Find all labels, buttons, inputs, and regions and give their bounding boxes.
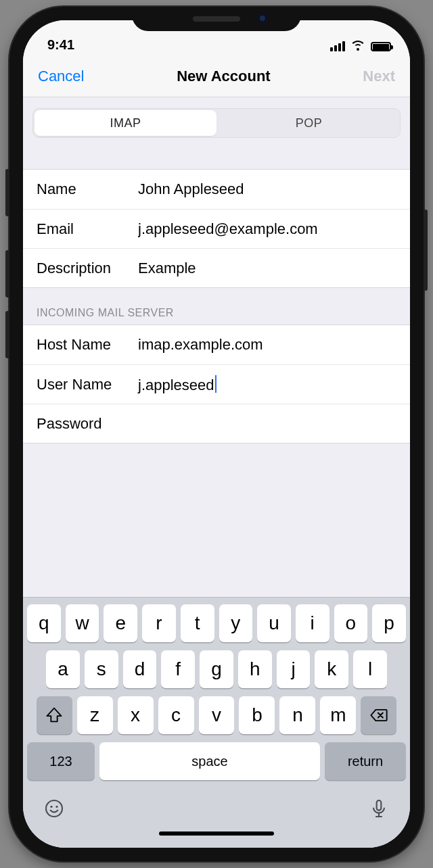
kb-footer (27, 788, 406, 825)
cellular-icon (330, 41, 345, 51)
page-title: New Account (177, 68, 271, 85)
microphone-icon (368, 798, 390, 819)
backspace-icon (369, 706, 388, 725)
label-description: Description (37, 260, 138, 277)
backspace-key[interactable] (361, 696, 396, 734)
label-password: Password (37, 415, 138, 433)
text-cursor (215, 375, 216, 393)
key-u[interactable]: u (257, 604, 291, 642)
row-password[interactable]: Password (23, 404, 410, 443)
key-k[interactable]: k (315, 650, 348, 688)
svg-point-1 (50, 806, 52, 808)
key-q[interactable]: q (27, 604, 61, 642)
tab-pop[interactable]: POP (218, 109, 400, 137)
key-l[interactable]: l (353, 650, 387, 688)
key-d[interactable]: d (123, 650, 157, 688)
keyboard: qwertyuiop asdfghjkl zxcvbnm 123 space r… (23, 597, 410, 829)
key-r[interactable]: r (142, 604, 176, 642)
numbers-key[interactable]: 123 (27, 742, 95, 780)
cancel-button[interactable]: Cancel (38, 68, 84, 85)
key-t[interactable]: t (181, 604, 214, 642)
key-f[interactable]: f (161, 650, 195, 688)
label-email: Email (37, 220, 138, 238)
status-time: 9:41 (47, 37, 74, 55)
content: IMAP POP Name Email Description (23, 97, 410, 597)
key-e[interactable]: e (104, 604, 137, 642)
key-n[interactable]: n (279, 696, 315, 734)
emoji-key[interactable] (43, 798, 65, 819)
host-name-field[interactable] (138, 336, 396, 354)
row-email[interactable]: Email (23, 209, 410, 248)
navbar: Cancel New Account Next (23, 55, 410, 97)
label-host: Host Name (37, 336, 138, 354)
svg-point-2 (55, 806, 58, 808)
kb-row-4: 123 space return (27, 742, 406, 780)
row-host[interactable]: Host Name (23, 325, 410, 364)
shift-icon (45, 706, 64, 725)
incoming-group: Host Name User Name j.appleseed Password (23, 324, 410, 443)
key-p[interactable]: p (372, 604, 406, 642)
kb-row-2: asdfghjkl (27, 650, 406, 688)
svg-rect-3 (377, 800, 382, 811)
key-w[interactable]: w (66, 604, 99, 642)
dictation-key[interactable] (368, 798, 390, 819)
status-indicators (330, 41, 391, 55)
key-v[interactable]: v (199, 696, 235, 734)
key-x[interactable]: x (118, 696, 154, 734)
description-field[interactable] (138, 260, 396, 277)
key-b[interactable]: b (239, 696, 275, 734)
row-description[interactable]: Description (23, 248, 410, 287)
battery-icon (371, 42, 391, 51)
kb-row-3: zxcvbnm (27, 696, 406, 734)
key-o[interactable]: o (334, 604, 368, 642)
return-key[interactable]: return (325, 742, 406, 780)
account-type-segmented: IMAP POP (32, 108, 401, 138)
key-j[interactable]: j (277, 650, 311, 688)
label-username: User Name (37, 376, 138, 393)
home-indicator[interactable] (23, 829, 410, 848)
svg-point-0 (46, 800, 62, 817)
row-username[interactable]: User Name j.appleseed (23, 364, 410, 404)
label-name: Name (37, 180, 138, 198)
email-field[interactable] (138, 220, 396, 238)
key-i[interactable]: i (296, 604, 329, 642)
shift-key[interactable] (37, 696, 72, 734)
key-s[interactable]: s (85, 650, 118, 688)
tab-imap[interactable]: IMAP (35, 110, 216, 136)
next-button[interactable]: Next (363, 68, 395, 85)
account-group: Name Email Description (23, 169, 410, 288)
key-z[interactable]: z (77, 696, 113, 734)
emoji-icon (43, 798, 65, 819)
incoming-header: Incoming Mail Server (23, 288, 410, 324)
password-field[interactable] (138, 415, 396, 433)
key-y[interactable]: y (219, 604, 253, 642)
user-name-field[interactable]: j.appleseed (138, 375, 396, 394)
kb-row-1: qwertyuiop (27, 604, 406, 642)
key-g[interactable]: g (200, 650, 233, 688)
row-name[interactable]: Name (23, 170, 410, 209)
wifi-icon (350, 41, 365, 51)
key-c[interactable]: c (158, 696, 194, 734)
name-field[interactable] (138, 180, 396, 198)
space-key[interactable]: space (99, 742, 320, 780)
key-a[interactable]: a (46, 650, 80, 688)
key-m[interactable]: m (320, 696, 356, 734)
key-h[interactable]: h (238, 650, 272, 688)
